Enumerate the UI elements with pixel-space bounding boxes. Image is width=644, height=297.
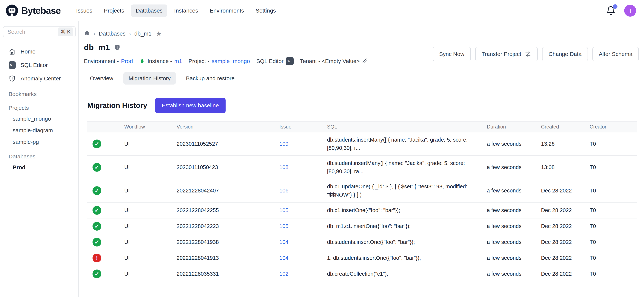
workflow-cell: UI: [119, 179, 171, 202]
workflow-cell: UI: [119, 234, 171, 250]
migration-row[interactable]: ✓UI20221228042255105db.c1.insertOne({"fo…: [87, 202, 637, 218]
duration-cell: a few seconds: [482, 234, 536, 250]
workflow-cell: UI: [119, 250, 171, 266]
tab-migration-history[interactable]: Migration History: [123, 72, 176, 85]
brand-wordmark: Bytebase: [21, 5, 60, 16]
issue-link[interactable]: 108: [280, 164, 288, 170]
migration-section: Migration History Establish new baseline…: [84, 89, 639, 282]
sidebar-item-sql-editor[interactable]: >_ SQL Editor: [0, 58, 78, 72]
sidebar-item-anomaly-center[interactable]: Anomaly Center: [0, 72, 78, 85]
project-link[interactable]: sample_mongo: [212, 58, 250, 64]
breadcrumb: › Databases › db_m1 ★: [84, 30, 639, 37]
issue-cell: 105: [274, 202, 322, 218]
sidebar-item-label: SQL Editor: [20, 62, 48, 68]
creator-cell: T0: [584, 202, 637, 218]
migration-row[interactable]: ✓UI20230111052527109db.students.insertMa…: [87, 132, 637, 156]
project-label: Project -: [188, 58, 210, 64]
status-cell: ✓: [87, 179, 119, 202]
breadcrumb-separator: ›: [129, 30, 131, 37]
issue-link[interactable]: 104: [280, 239, 288, 245]
instance-label: Instance -: [148, 58, 172, 64]
topnav-item-databases[interactable]: Databases: [131, 5, 167, 17]
transfer-project-button[interactable]: Transfer Project: [475, 47, 538, 61]
issue-link[interactable]: 105: [280, 207, 288, 213]
topnav-item-projects[interactable]: Projects: [99, 5, 129, 17]
created-cell: Dec 28 2022: [536, 179, 584, 202]
bookmark-star-icon[interactable]: ★: [156, 30, 162, 37]
col-header-creator: Creator: [584, 121, 637, 132]
header-actions: Sync NowTransfer ProjectChange DataAlter…: [433, 47, 639, 61]
issue-link[interactable]: 109: [280, 141, 288, 147]
sidebar-item-home[interactable]: Home: [0, 45, 78, 58]
duration-cell: a few seconds: [482, 250, 536, 266]
workflow-cell: UI: [119, 218, 171, 234]
change-data-button[interactable]: Change Data: [542, 47, 588, 61]
instance-link[interactable]: m1: [174, 58, 182, 64]
sql-cell: 1. db.students.insertOne({"foo": "bar"})…: [322, 250, 482, 266]
migration-row[interactable]: !UI202212280419131041. db.students.inser…: [87, 250, 637, 266]
sidebar: ⌘ K Home >_ SQL Editor: [0, 21, 79, 297]
button-label: Change Data: [548, 51, 582, 57]
workflow-cell: UI: [119, 266, 171, 282]
button-label: Alter Schema: [599, 51, 632, 57]
migration-row[interactable]: ✓UI20221228042407106db.c1.updateOne( { _…: [87, 179, 637, 202]
edit-pencil-icon[interactable]: [362, 58, 368, 64]
topnav-item-environments[interactable]: Environments: [205, 5, 248, 17]
created-cell: 13:26: [536, 132, 584, 156]
error-exclamation-icon: !: [92, 254, 101, 262]
tab-overview[interactable]: Overview: [85, 72, 118, 85]
bytebase-logo[interactable]: Bytebase: [6, 4, 60, 17]
search-input[interactable]: [7, 29, 58, 35]
migration-row[interactable]: ✓UI20221228041938104db.students.insertOn…: [87, 234, 637, 250]
migration-row[interactable]: ✓UI20230111050423108db.student.insertMan…: [87, 156, 637, 179]
establish-baseline-button[interactable]: Establish new baseline: [155, 98, 226, 113]
col-header-status: [87, 121, 119, 132]
mongodb-leaf-icon: [139, 58, 145, 64]
duration-cell: a few seconds: [482, 156, 536, 179]
sidebar-section-projects: Projects: [0, 99, 78, 113]
sidebar-item-prod[interactable]: Prod: [0, 162, 78, 173]
search-shortcut-badge: ⌘ K: [58, 28, 73, 36]
version-cell: 20230111052527: [171, 132, 274, 156]
notification-bell-icon[interactable]: [606, 6, 616, 16]
sql-cell: db.c1.updateOne( { _id: 3 }, [ { $set: {…: [322, 179, 482, 202]
migration-row[interactable]: ✓UI20221228042223105db_m1.c1.insertOne({…: [87, 218, 637, 234]
sql-editor-badge-icon[interactable]: >_: [286, 57, 294, 65]
creator-cell: T0: [584, 234, 637, 250]
alter-schema-button[interactable]: Alter Schema: [592, 47, 639, 61]
topnav-item-settings[interactable]: Settings: [251, 5, 280, 17]
sql-cell: db_m1.c1.insertOne({"foo": "bar"});: [322, 218, 482, 234]
tab-backup-and-restore[interactable]: Backup and restore: [181, 72, 240, 85]
environment-link[interactable]: Prod: [121, 58, 133, 64]
migration-table: WorkflowVersionIssueSQLDurationCreatedCr…: [87, 121, 637, 282]
topnav-item-instances[interactable]: Instances: [170, 5, 203, 17]
created-cell: Dec 28 2022: [536, 250, 584, 266]
duration-cell: a few seconds: [482, 218, 536, 234]
avatar[interactable]: T: [624, 5, 636, 17]
sync-now-button[interactable]: Sync Now: [433, 47, 471, 61]
col-header-workflow: Workflow: [119, 121, 171, 132]
breadcrumb-databases[interactable]: Databases: [99, 31, 126, 37]
issue-link[interactable]: 102: [280, 271, 288, 277]
issue-link[interactable]: 106: [280, 188, 288, 194]
version-cell: 20221228042255: [171, 202, 274, 218]
breadcrumb-home-icon[interactable]: [84, 30, 90, 37]
success-check-icon: ✓: [92, 238, 101, 246]
issue-cell: 104: [274, 250, 322, 266]
sql-cell: db.createCollection("c1");: [322, 266, 482, 282]
created-cell: Dec 28 2022: [536, 266, 584, 282]
sidebar-item-sample-pg[interactable]: sample-pg: [0, 136, 78, 148]
topnav-items: IssuesProjectsDatabasesInstancesEnvironm…: [72, 5, 280, 17]
home-icon: [8, 48, 16, 55]
breadcrumb-current: db_m1: [134, 31, 152, 37]
sidebar-item-sample-diagram[interactable]: sample-diagram: [0, 125, 78, 136]
page-title: db_m1: [84, 43, 110, 52]
sql-cell: db.c1.insertOne({"foo": "bar"});: [322, 202, 482, 218]
migration-row[interactable]: ✓UI20221228035331102db.createCollection(…: [87, 266, 637, 282]
issue-link[interactable]: 105: [280, 223, 288, 229]
issue-link[interactable]: 104: [280, 255, 288, 261]
header-left: db_m1 Environment - Prod: [84, 43, 371, 65]
topnav-item-issues[interactable]: Issues: [72, 5, 97, 17]
version-cell: 20221228041938: [171, 234, 274, 250]
sidebar-item-sample-mongo[interactable]: sample_mongo: [0, 113, 78, 125]
